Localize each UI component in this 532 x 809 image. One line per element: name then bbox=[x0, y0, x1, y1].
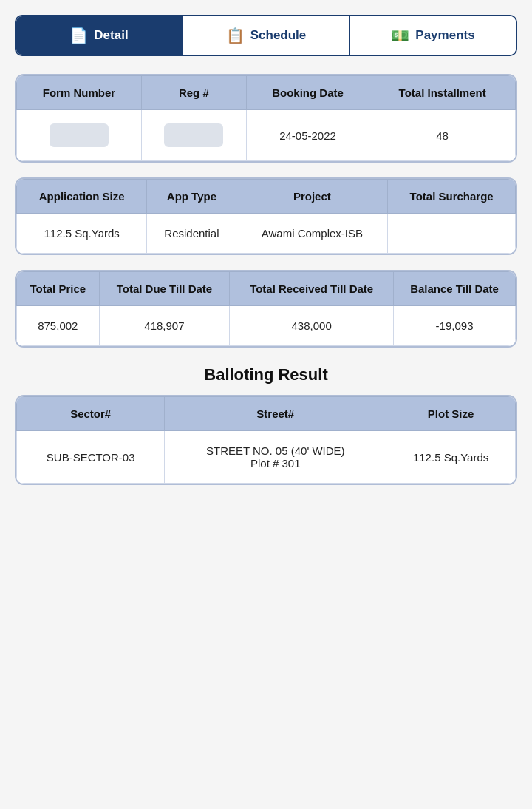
col-booking-date: Booking Date bbox=[246, 76, 369, 110]
table-row: SUB-SECTOR-03 STREET NO. 05 (40' WIDE) P… bbox=[17, 431, 516, 484]
col-reg: Reg # bbox=[141, 76, 246, 110]
cell-balance: -19,093 bbox=[394, 306, 516, 346]
col-sector: Sector# bbox=[17, 397, 165, 431]
blurred-reg bbox=[164, 123, 223, 147]
cell-total-due: 418,907 bbox=[99, 306, 230, 346]
table-row: 24-05-2022 48 bbox=[17, 110, 516, 161]
cell-app-type: Residential bbox=[147, 214, 236, 254]
tab-detail-label: Detail bbox=[94, 28, 128, 43]
cell-total-installment: 48 bbox=[369, 110, 516, 161]
balloting-title: Balloting Result bbox=[15, 365, 517, 385]
col-total-due: Total Due Till Date bbox=[99, 272, 230, 306]
col-plot-size: Plot Size bbox=[386, 397, 516, 431]
schedule-icon: 📋 bbox=[226, 27, 245, 44]
financial-info-table: Total Price Total Due Till Date Total Re… bbox=[15, 270, 517, 348]
cell-project: Awami Complex-ISB bbox=[236, 214, 388, 254]
cell-booking-date: 24-05-2022 bbox=[246, 110, 369, 161]
col-project: Project bbox=[236, 180, 388, 214]
cell-total-price: 875,002 bbox=[17, 306, 100, 346]
tab-detail[interactable]: 📄 Detail bbox=[16, 16, 183, 55]
tab-payments[interactable]: 💵 Payments bbox=[350, 16, 516, 55]
col-total-received: Total Received Till Date bbox=[230, 272, 394, 306]
app-info-table: Application Size App Type Project Total … bbox=[15, 177, 517, 255]
tab-bar: 📄 Detail 📋 Schedule 💵 Payments bbox=[15, 15, 517, 56]
form-info-table: Form Number Reg # Booking Date Total Ins… bbox=[15, 74, 517, 163]
col-balance: Balance Till Date bbox=[394, 272, 516, 306]
table-row: 875,002 418,907 438,000 -19,093 bbox=[17, 306, 516, 346]
col-total-surcharge: Total Surcharge bbox=[388, 180, 516, 214]
cell-street: STREET NO. 05 (40' WIDE) Plot # 301 bbox=[165, 431, 386, 484]
cell-surcharge bbox=[388, 214, 516, 254]
payments-icon: 💵 bbox=[391, 27, 409, 44]
blurred-form-number bbox=[50, 123, 109, 147]
tab-schedule-label: Schedule bbox=[250, 28, 307, 43]
cell-total-received: 438,000 bbox=[230, 306, 394, 346]
table-row: 112.5 Sq.Yards Residential Awami Complex… bbox=[17, 214, 516, 254]
balloting-section: Balloting Result Sector# Street# Plot Si… bbox=[15, 365, 517, 485]
cell-sector: SUB-SECTOR-03 bbox=[17, 431, 165, 484]
cell-plot-size: 112.5 Sq.Yards bbox=[386, 431, 516, 484]
col-street: Street# bbox=[165, 397, 386, 431]
col-form-number: Form Number bbox=[17, 76, 142, 110]
col-app-type: App Type bbox=[147, 180, 236, 214]
col-app-size: Application Size bbox=[17, 180, 147, 214]
tab-schedule[interactable]: 📋 Schedule bbox=[183, 16, 350, 55]
cell-reg bbox=[141, 110, 246, 161]
balloting-table: Sector# Street# Plot Size SUB-SECTOR-03 … bbox=[15, 395, 517, 485]
cell-app-size: 112.5 Sq.Yards bbox=[17, 214, 147, 254]
col-total-price: Total Price bbox=[17, 272, 100, 306]
cell-form-number bbox=[17, 110, 142, 161]
col-total-installment: Total Installment bbox=[369, 76, 516, 110]
detail-icon: 📄 bbox=[69, 27, 88, 44]
tab-payments-label: Payments bbox=[415, 28, 474, 43]
